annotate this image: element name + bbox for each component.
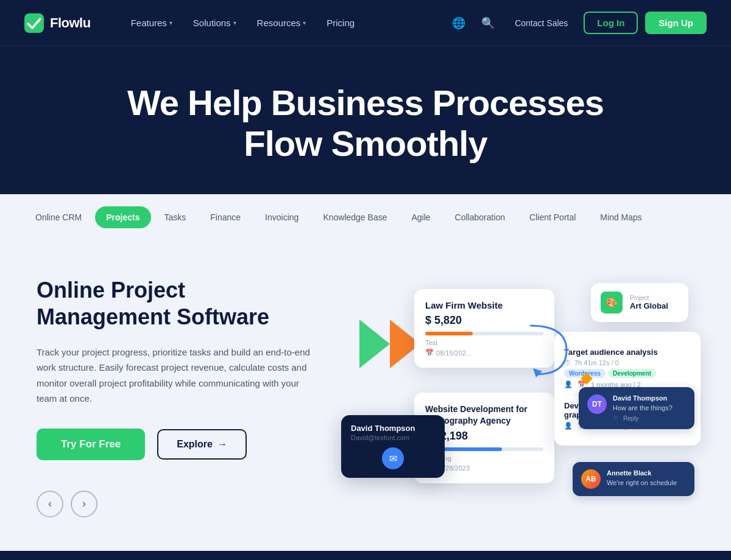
chat-message-annette: We're right on schedule — [607, 478, 677, 488]
task-meta: ⏱ 7h 41m 12s / 0 — [564, 359, 691, 366]
tag-development: Development — [608, 369, 656, 378]
tab-invoicing[interactable]: Invoicing — [254, 206, 309, 228]
contact-card: David Thompson David@texfont.com ✉ — [341, 415, 445, 478]
login-button[interactable]: Log In — [584, 12, 638, 34]
chat-sender-david: David Thompson — [613, 394, 673, 402]
tab-online-crm[interactable]: Online CRM — [24, 206, 93, 228]
chat-actions: ♡ Reply — [613, 415, 673, 422]
svg-marker-3 — [533, 368, 542, 377]
chat-reply-button[interactable]: Reply — [623, 415, 639, 422]
art-global-icon: 🎨 — [601, 292, 623, 313]
hero-headline: We Help Business Processes Flow Smoothly — [24, 83, 707, 164]
tab-projects[interactable]: Projects — [95, 206, 150, 228]
tab-agile[interactable]: Agile — [400, 206, 441, 228]
chat-bubble-david: DT David Thompson How are the things? ♡ … — [579, 387, 694, 429]
mockup-container: Law Firm Website $ 5,820 Test 📅 08/15/20… — [353, 271, 694, 527]
avatar-annette: AB — [581, 469, 601, 489]
carousel-prev-button[interactable]: ‹ — [37, 491, 63, 517]
curve-arrow-decoration — [524, 320, 573, 380]
left-panel: Online Project Management Software Track… — [37, 271, 317, 517]
content-section: Online Project Management Software Track… — [0, 240, 731, 551]
chat-like-button[interactable]: ♡ — [613, 415, 618, 422]
carousel-controls: ‹ › — [37, 491, 317, 517]
hero-section: We Help Business Processes Flow Smoothly — [0, 46, 731, 194]
navbar: Flowlu Features ▾ Solutions ▾ Resources … — [0, 0, 731, 46]
nav-features[interactable]: Features ▾ — [122, 13, 181, 33]
try-for-free-button[interactable]: Try For Free — [37, 429, 145, 460]
logo[interactable]: Flowlu — [24, 13, 91, 33]
art-name: Art Global — [630, 301, 668, 310]
chevron-down-icon: ▾ — [233, 19, 236, 26]
logo-icon — [24, 13, 44, 33]
tab-collaboration[interactable]: Collaboration — [444, 206, 517, 228]
task-title: Target audience analysis — [564, 348, 691, 357]
chevron-down-icon: ▾ — [303, 19, 306, 26]
project-name: Law Firm Website — [425, 300, 543, 310]
arrow-icon: → — [217, 439, 227, 450]
project-card-art-global: 🎨 Project Art Global — [591, 283, 688, 322]
email-button[interactable]: ✉ — [382, 447, 404, 469]
contact-name: David Thompson — [351, 424, 435, 433]
nav-resources[interactable]: Resources ▾ — [249, 13, 315, 33]
tab-finance[interactable]: Finance — [199, 206, 252, 228]
tab-mind-maps[interactable]: Mind Maps — [589, 206, 652, 228]
avatar-icon: 👤 — [564, 380, 573, 388]
content-heading: Online Project Management Software — [37, 277, 317, 329]
avatar-icon-2: 👤 — [564, 422, 573, 430]
avatar-david: DT — [587, 394, 607, 414]
nav-solutions[interactable]: Solutions ▾ — [185, 13, 245, 33]
contact-sales-link[interactable]: Contact Sales — [506, 13, 576, 33]
nav-links: Features ▾ Solutions ▾ Resources ▾ Prici… — [122, 13, 429, 33]
chat-message-david: How are the things? — [613, 404, 673, 413]
chat-bubble-annette: AB Annette Black We're right on schedule — [573, 462, 694, 496]
svg-marker-1 — [359, 320, 390, 368]
search-icon-button[interactable]: 🔍 — [477, 12, 499, 34]
contact-email: David@texfont.com — [351, 434, 435, 441]
nav-right: 🌐 🔍 Contact Sales Log In Sign Up — [448, 12, 707, 34]
tab-client-portal[interactable]: Client Portal — [518, 206, 587, 228]
chat-sender-annette: Annette Black — [607, 469, 677, 477]
globe-icon-button[interactable]: 🌐 — [448, 12, 470, 34]
signup-button[interactable]: Sign Up — [645, 12, 707, 34]
content-description: Track your project progress, prioritize … — [37, 345, 317, 407]
progress-fill — [425, 332, 473, 335]
carousel-next-button[interactable]: › — [71, 491, 97, 517]
calendar-icon: 📅 — [425, 349, 434, 357]
tab-tasks[interactable]: Tasks — [154, 206, 197, 228]
tab-knowledge-base[interactable]: Knowledge Base — [312, 206, 398, 228]
art-label: Project — [630, 295, 668, 301]
nav-pricing[interactable]: Pricing — [318, 13, 363, 33]
feature-tabs: Online CRM Projects Tasks Finance Invoic… — [0, 194, 731, 240]
brand-name: Flowlu — [50, 15, 91, 31]
right-panel-mockup: Law Firm Website $ 5,820 Test 📅 08/15/20… — [353, 271, 694, 527]
chevron-down-icon: ▾ — [169, 19, 172, 26]
cta-buttons: Try For Free Explore → — [37, 429, 317, 460]
explore-button[interactable]: Explore → — [157, 429, 247, 460]
